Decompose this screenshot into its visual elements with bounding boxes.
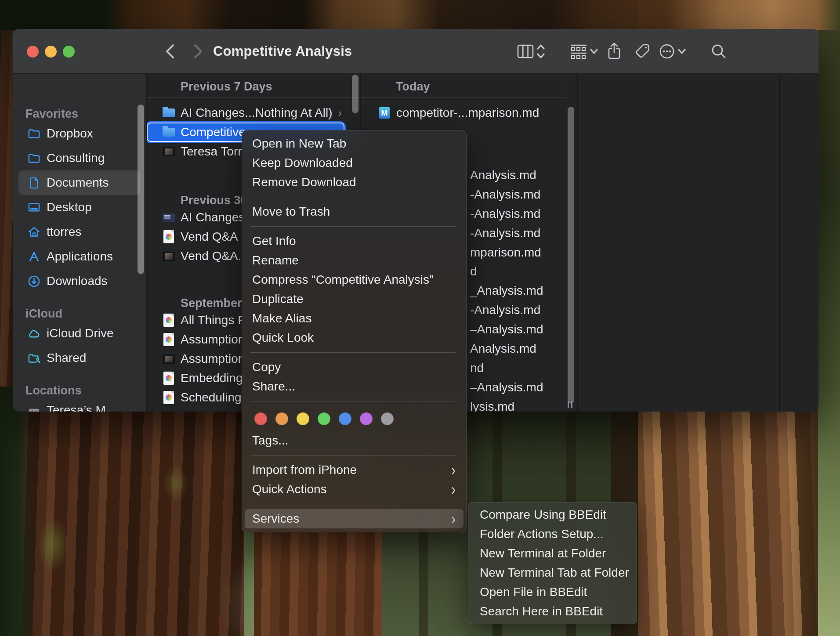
green-tag-dot[interactable] — [318, 412, 330, 425]
file-row-fragment[interactable]: mparison.md — [470, 243, 541, 262]
menu-item-make-alias[interactable]: Make Alias — [242, 309, 467, 328]
titlebar[interactable]: Competitive Analysis — [13, 29, 818, 74]
document-icon — [27, 176, 41, 190]
sidebar-item-shared[interactable]: Shared — [13, 346, 146, 370]
file-row-ai-changes-folder[interactable]: AI Changes...Nothing At All) › — [147, 103, 344, 123]
context-menu: Open in New Tab Keep Downloaded Remove D… — [242, 130, 467, 532]
submenu-item-search-here-in-bbedit[interactable]: Search Here in BBEdit — [468, 602, 637, 621]
submenu-item-open-file-in-bbedit[interactable]: Open File in BBEdit — [468, 582, 637, 602]
close-button[interactable] — [27, 46, 39, 58]
menu-separator — [250, 455, 456, 455]
column-view-button[interactable] — [517, 29, 534, 74]
chevron-right-icon — [190, 42, 206, 61]
yellow-tag-dot[interactable] — [297, 412, 309, 425]
video-thumbnail-icon — [163, 252, 175, 261]
column1-scrollbar[interactable] — [352, 75, 358, 113]
sidebar-item-icloud-drive[interactable]: iCloud Drive — [13, 321, 146, 346]
gray-tag-dot[interactable] — [381, 412, 394, 425]
sidebar-item-label: Applications — [47, 249, 113, 264]
file-row-competitor-comparison[interactable]: M competitor-...mparison.md — [361, 103, 558, 123]
menu-item-share[interactable]: Share... — [242, 377, 467, 396]
sidebar-item-label: Documents — [47, 176, 109, 190]
sidebar-item-documents[interactable]: Documents — [18, 170, 140, 195]
menu-separator — [250, 352, 456, 353]
menu-item-services[interactable]: Services › — [245, 509, 463, 528]
file-label: competitor-...mparison.md — [396, 106, 539, 120]
submenu-item-folder-actions-setup[interactable]: Folder Actions Setup... — [468, 524, 637, 544]
sidebar-scrollbar[interactable] — [138, 105, 144, 274]
menu-item-duplicate[interactable]: Duplicate — [242, 289, 467, 309]
menu-item-open-in-new-tab[interactable]: Open in New Tab — [242, 134, 467, 153]
file-row-fragment[interactable]: lysis.md — [470, 397, 514, 412]
file-row-fragment[interactable]: -Analysis.md — [470, 224, 540, 243]
keynote-doc-icon — [163, 333, 175, 346]
back-button[interactable] — [163, 29, 178, 74]
sidebar-item-teresas-mac[interactable]: Teresa’s M... — [13, 398, 146, 412]
search-button[interactable] — [710, 29, 728, 74]
sidebar-item-applications[interactable]: Applications — [13, 244, 146, 269]
file-row-fragment[interactable]: d — [470, 262, 477, 281]
column-resize-handle[interactable] — [568, 401, 575, 408]
sidebar-item-consulting[interactable]: Consulting — [13, 146, 146, 170]
column2-scrollbar[interactable] — [568, 107, 574, 404]
forest-edge-right — [818, 0, 840, 636]
sidebar-item-home[interactable]: ttorres — [13, 220, 146, 244]
markdown-file-icon: M — [378, 107, 391, 119]
menu-item-get-info[interactable]: Get Info — [242, 231, 467, 251]
minimize-button[interactable] — [45, 46, 57, 58]
file-row-fragment[interactable]: -Analysis.md — [470, 204, 540, 224]
purple-tag-dot[interactable] — [360, 412, 373, 425]
file-row-fragment[interactable]: nd — [470, 358, 484, 378]
chevron-down-icon — [677, 48, 686, 54]
file-row-fragment[interactable]: -Analysis.md — [470, 300, 540, 320]
file-label: Embedding — [181, 371, 243, 385]
scroll-lane-divider — [793, 74, 793, 412]
menu-separator — [250, 226, 456, 227]
file-row-fragment[interactable]: –Analysis.md — [470, 378, 543, 397]
file-row-fragment[interactable]: –Analysis.md — [470, 320, 543, 339]
file-row-fragment[interactable]: Analysis.md — [470, 339, 536, 358]
tags-button[interactable] — [634, 29, 651, 74]
file-row-fragment[interactable]: Analysis.md — [470, 166, 536, 185]
menu-item-move-to-trash[interactable]: Move to Trash — [242, 202, 467, 221]
menu-item-keep-downloaded[interactable]: Keep Downloaded — [242, 153, 467, 173]
blue-tag-dot[interactable] — [339, 412, 351, 425]
menu-item-quick-actions[interactable]: Quick Actions › — [242, 480, 467, 499]
file-label: Assumption — [181, 332, 245, 347]
file-row-fragment[interactable]: _Analysis.md — [470, 281, 543, 300]
menu-item-compress[interactable]: Compress “Competitive Analysis” — [242, 270, 467, 289]
menu-item-copy[interactable]: Copy — [242, 358, 467, 377]
group-by-chevron[interactable] — [590, 29, 598, 74]
zoom-button[interactable] — [63, 46, 75, 58]
more-actions-chevron[interactable] — [677, 29, 686, 74]
submenu-item-new-terminal-tab-at-folder[interactable]: New Terminal Tab at Folder — [468, 563, 637, 582]
group-by-button[interactable] — [569, 29, 588, 74]
submenu-item-new-terminal-at-folder[interactable]: New Terminal at Folder — [468, 544, 637, 563]
sidebar-item-downloads[interactable]: Downloads — [13, 269, 146, 293]
keynote-doc-icon — [163, 314, 175, 327]
view-stepper[interactable] — [536, 29, 546, 74]
share-button[interactable] — [606, 29, 622, 74]
sidebar-item-dropbox[interactable]: Dropbox — [13, 121, 146, 146]
menu-item-remove-download[interactable]: Remove Download — [242, 173, 467, 192]
window-title: Competitive Analysis — [213, 29, 352, 74]
submenu-item-compare-using-bbedit[interactable]: Compare Using BBEdit — [468, 505, 637, 524]
menu-item-quick-look[interactable]: Quick Look — [242, 328, 467, 347]
menu-item-tags[interactable]: Tags... — [242, 431, 467, 450]
menu-separator — [250, 197, 456, 197]
sidebar-item-desktop[interactable]: Desktop — [13, 195, 146, 220]
file-row-fragment[interactable]: -Analysis.md — [470, 185, 540, 204]
menu-item-import-from-iphone[interactable]: Import from iPhone › — [242, 460, 467, 480]
file-label: Vend Q&A — [181, 230, 238, 244]
applications-icon — [27, 250, 41, 264]
orange-tag-dot[interactable] — [275, 412, 288, 425]
forward-button[interactable] — [190, 29, 206, 74]
group-header-previous-7-days: Previous 7 Days — [147, 74, 360, 98]
window-controls — [27, 29, 75, 74]
more-actions-button[interactable] — [658, 29, 676, 74]
sidebar-item-label: Consulting — [47, 151, 105, 165]
chevron-up-down-icon — [536, 42, 546, 61]
file-label: Assumption — [181, 352, 245, 366]
menu-item-rename[interactable]: Rename — [242, 251, 467, 270]
red-tag-dot[interactable] — [254, 412, 267, 425]
